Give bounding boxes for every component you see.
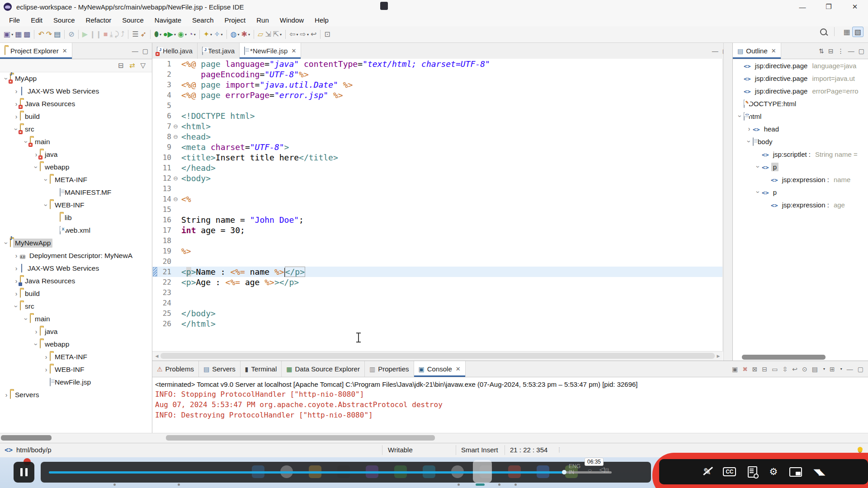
expand-arrow-icon[interactable]: › — [736, 113, 744, 120]
save-all-icon[interactable]: ▩ — [24, 29, 30, 40]
close-icon[interactable]: ✕ — [62, 47, 67, 54]
tree-item-build[interactable]: ›build — [0, 110, 152, 123]
outline-item-jsp-expression-[interactable]: <>jsp:expression : name — [733, 173, 868, 186]
step-return-icon[interactable]: ⤴ — [121, 29, 124, 40]
show-console-type-icon[interactable]: ▣ — [732, 366, 738, 373]
chevron-down-icon[interactable]: ▾ — [280, 33, 282, 37]
chevron-down-icon[interactable]: ▾ — [194, 33, 196, 37]
expand-arrow-icon[interactable]: › — [42, 202, 50, 209]
chevron-down-icon[interactable]: ▾ — [174, 33, 176, 37]
perspective-current[interactable]: ▧ — [852, 27, 863, 37]
remove-all-terminated-icon[interactable]: ⊟ — [762, 366, 768, 373]
menu-run[interactable]: Run — [251, 16, 274, 24]
tab-outline[interactable]: ▤ Outline ✕ — [733, 43, 781, 59]
restore-button[interactable]: ❐ — [816, 0, 842, 14]
scroll-right-icon[interactable]: ▶ — [714, 354, 723, 358]
step-into-icon[interactable]: ⤓ — [110, 29, 113, 40]
tree-item-manifest-mf[interactable]: MANIFEST.MF — [0, 186, 152, 199]
outline-item-jsp-scriptlet-[interactable]: <>jsp:scriptlet : String name = — [733, 148, 868, 160]
run-icon[interactable]: ●▶▾ — [163, 29, 176, 40]
remove-launch-icon[interactable]: ⊠ — [752, 366, 758, 373]
console-tab-servers[interactable]: ▤Servers — [199, 361, 241, 377]
tree-item-webapp[interactable]: ›webapp — [0, 338, 152, 351]
pause-button[interactable] — [14, 462, 34, 483]
chevron-down-icon[interactable]: ▾ — [840, 367, 842, 371]
generate-client-icon[interactable]: ✧▾ — [214, 29, 222, 40]
expand-arrow-icon[interactable]: › — [33, 341, 40, 348]
captions-icon[interactable]: CC — [723, 467, 736, 476]
outline-item-p[interactable]: ›<>p — [733, 160, 868, 173]
resume-icon[interactable]: ▶ — [82, 29, 88, 40]
close-button[interactable]: ✕ — [842, 0, 868, 14]
tree-item-servers[interactable]: ›Servers — [0, 389, 152, 401]
export-icon[interactable]: ⇱▾ — [273, 29, 282, 40]
console-tab-properties[interactable]: ▥Properties — [365, 361, 414, 377]
web-browser-icon[interactable]: ◍▾ — [231, 29, 240, 40]
tree-item-meta-inf[interactable]: ›META-INF — [0, 174, 152, 186]
fold-collapse-icon[interactable]: ⊖ — [173, 123, 181, 130]
tree-item-lib[interactable]: lib — [0, 211, 152, 224]
back-icon[interactable]: ⇦▾ — [289, 29, 298, 40]
tab-project-explorer[interactable]: Project Explorer ✕ — [0, 43, 72, 59]
chevron-down-icon[interactable]: ▾ — [185, 33, 187, 37]
expand-arrow-icon[interactable]: › — [3, 391, 10, 399]
chevron-down-icon[interactable]: ▾ — [11, 33, 13, 37]
seek-bar[interactable]: 06:35 ENG IN ⌔ ◁))) — [41, 462, 651, 483]
expand-arrow-icon[interactable]: › — [13, 113, 20, 120]
pin-editor-icon[interactable]: ⊡ — [324, 29, 330, 40]
outline-item-jsp-directive-page[interactable]: <>jsp:directive.pagelanguage=java — [733, 59, 868, 72]
fold-collapse-icon[interactable]: ⊖ — [173, 175, 181, 182]
menu-source[interactable]: Source — [48, 16, 80, 24]
tree-item-jax-ws-web-services[interactable]: ›JAX-WS Web Services — [0, 85, 152, 98]
forward-icon[interactable]: ⇨▾ — [300, 29, 309, 40]
open-element-icon[interactable]: ▤ — [54, 29, 61, 40]
expand-arrow-icon[interactable]: › — [13, 88, 20, 95]
outline-item-jsp-directive-page[interactable]: <>jsp:directive.pageimport=java.ut — [733, 72, 868, 84]
step-over-icon[interactable]: ⤸ — [115, 29, 119, 40]
outline-item-jsp-directive-page[interactable]: <>jsp:directive.pageerrorPage=erro — [733, 84, 868, 97]
tree-item-web-inf[interactable]: ›WEB-INF — [0, 199, 152, 211]
minimize-view-icon[interactable]: — — [132, 47, 138, 55]
external-tools-icon[interactable]: ✱▾ — [241, 29, 250, 40]
chevron-down-icon[interactable]: ▾ — [221, 33, 223, 37]
tree-item-webapp[interactable]: ›webapp — [0, 161, 152, 174]
maximize-view-icon[interactable]: ▢ — [858, 366, 863, 373]
mark-occurrences-icon[interactable]: ☰ — [132, 29, 138, 40]
tree-item-java[interactable]: ›✕java — [0, 148, 152, 161]
tree-item-java[interactable]: ›java — [0, 325, 152, 338]
expand-arrow-icon[interactable]: › — [42, 176, 50, 183]
fold-collapse-icon[interactable]: ⊖ — [173, 196, 181, 202]
console-tab-problems[interactable]: ⚠Problems — [152, 361, 199, 377]
suspend-icon[interactable]: ❙❙ — [90, 29, 102, 40]
expand-arrow-icon[interactable]: › — [745, 125, 753, 132]
outline-horizontal-scrollbar[interactable] — [742, 355, 826, 360]
last-edit-icon[interactable]: ↩ — [311, 29, 316, 40]
redo-icon[interactable]: ↷ — [46, 29, 52, 40]
terminate-icon[interactable]: ✖ — [742, 366, 748, 373]
console-tab-console[interactable]: ▣Console✕ — [414, 361, 466, 377]
tree-item-web-inf[interactable]: ›WEB-INF — [0, 363, 152, 376]
minimize-view-icon[interactable]: — — [847, 366, 853, 373]
new-wizard-icon[interactable]: ▣▾ — [4, 29, 13, 40]
transcript-icon[interactable] — [748, 466, 757, 478]
tree-item-jax-ws-web-services[interactable]: ›JAX-WS Web Services — [0, 262, 152, 275]
expand-arrow-icon[interactable]: › — [13, 252, 20, 259]
new-folder-icon[interactable]: ▱ — [258, 29, 263, 40]
perspective-java-ee[interactable]: ▦ — [842, 27, 852, 37]
expand-arrow-icon[interactable]: › — [33, 164, 40, 171]
chevron-down-icon[interactable]: ▾ — [307, 33, 309, 37]
menu-refactor[interactable]: Refactor — [80, 16, 117, 24]
expand-arrow-icon[interactable]: › — [33, 328, 40, 335]
editor-tab--newfile-jsp[interactable]: *NewFile.jsp✕ — [240, 43, 301, 59]
chevron-down-icon[interactable]: ▾ — [210, 33, 212, 37]
link-with-editor-icon[interactable]: ⇄ — [129, 61, 135, 70]
menu-edit[interactable]: Edit — [25, 16, 48, 24]
pin-console-icon[interactable]: ⊙ — [802, 366, 807, 373]
expand-arrow-icon[interactable]: › — [3, 239, 10, 247]
tree-item-src[interactable]: ›src — [0, 300, 152, 313]
tree-item-meta-inf[interactable]: ›META-INF — [0, 351, 152, 363]
expand-arrow-icon[interactable]: › — [13, 265, 20, 272]
scroll-left-icon[interactable]: ◀ — [152, 354, 161, 358]
expand-arrow-icon[interactable]: › — [755, 188, 762, 196]
undo-icon[interactable]: ↶ — [38, 29, 44, 40]
